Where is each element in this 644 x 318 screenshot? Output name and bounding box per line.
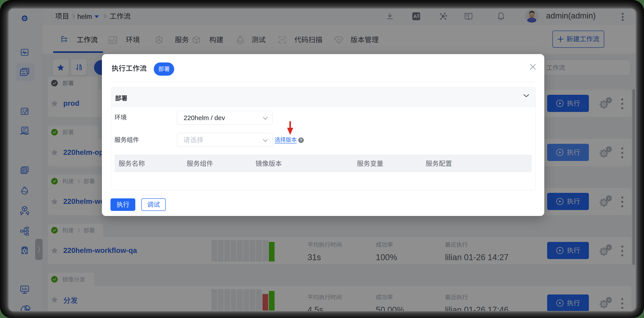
svg-text:?: ?	[300, 138, 302, 142]
